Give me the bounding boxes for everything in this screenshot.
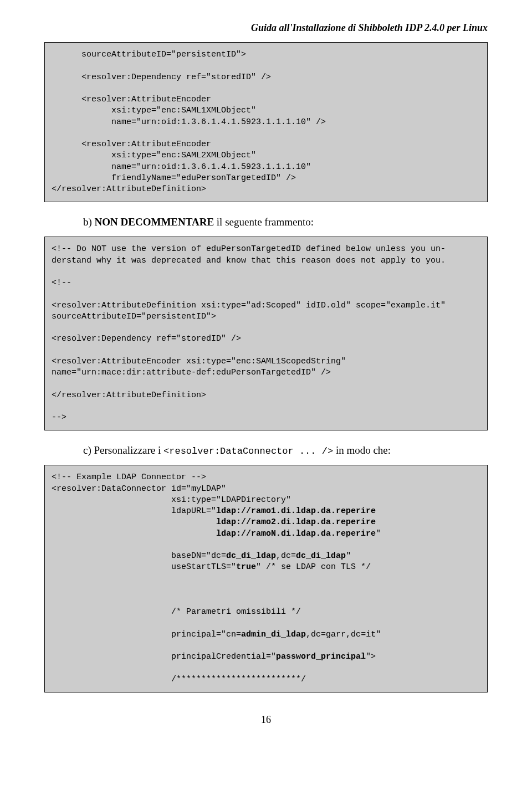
list-item-c: c) Personalizzare i <resolver:DataConnec…: [83, 444, 488, 456]
b3-l10b: admin_di_ldap: [241, 630, 306, 639]
b3-l7b: dc_di_ldap: [226, 551, 276, 561]
b3-l6q: ": [376, 529, 381, 538]
b3-l7c: ,dc=: [276, 551, 296, 561]
b3-l8a: useStartTLS=": [52, 562, 236, 572]
item-c-prefix: c) Personalizzare i: [83, 444, 163, 456]
b3-l8b: true: [236, 562, 256, 572]
doc-header-title: Guida all'Installazione di Shibboleth ID…: [44, 22, 488, 34]
b3-l4b: ldap://ramo1.di.ldap.da.reperire: [216, 506, 376, 516]
item-b-bold: NON DECOMMENTARE: [95, 216, 214, 228]
b3-l10a: principal="cn=: [52, 630, 241, 639]
b3-l2: <resolver:DataConnector id="myLDAP": [52, 484, 226, 494]
b3-l7a: baseDN="dc=: [52, 551, 226, 561]
b3-l12: /*************************/: [52, 675, 306, 684]
item-c-suffix: in modo che:: [333, 444, 391, 456]
b3-l8c: " /* se LDAP con TLS */: [256, 562, 371, 572]
item-b-suffix: il seguente frammento:: [214, 216, 314, 228]
b3-l11a: principalCredential=": [52, 652, 276, 661]
b3-l7e: ": [346, 551, 351, 561]
list-item-b: b) NON DECOMMENTARE il seguente framment…: [83, 216, 488, 228]
code-text: sourceAttributeID="persistentID"> <resol…: [52, 50, 326, 194]
code-text: <!-- Do NOT use the version of eduPerson…: [52, 244, 446, 422]
code-block-3: <!-- Example LDAP Connector --> <resolve…: [44, 465, 488, 692]
b3-l5: ldap://ramo2.di.ldap.da.reperire: [52, 517, 376, 527]
item-b-prefix: b): [83, 216, 95, 228]
b3-l7d: dc_di_ldap: [296, 551, 346, 561]
page: Guida all'Installazione di Shibboleth ID…: [0, 0, 532, 734]
b3-l6a: ldap://ramoN.di.ldap.da.reperire: [52, 529, 376, 538]
b3-l9: /* Parametri omissibili */: [52, 607, 301, 617]
code-block-2: <!-- Do NOT use the version of eduPerson…: [44, 237, 488, 430]
page-number: 16: [0, 714, 532, 726]
b3-l3: xsi:type="LDAPDirectory": [52, 495, 291, 505]
b3-l10c: ,dc=garr,dc=it": [306, 630, 381, 639]
b3-l4a: ldapURL=": [52, 506, 216, 516]
b3-l11c: ">: [366, 652, 376, 661]
b3-l1: <!-- Example LDAP Connector -->: [52, 473, 206, 482]
code-block-1: sourceAttributeID="persistentID"> <resol…: [44, 42, 488, 202]
item-c-code: <resolver:DataConnector ... />: [163, 446, 333, 456]
b3-l11b: password_principal: [276, 652, 366, 661]
